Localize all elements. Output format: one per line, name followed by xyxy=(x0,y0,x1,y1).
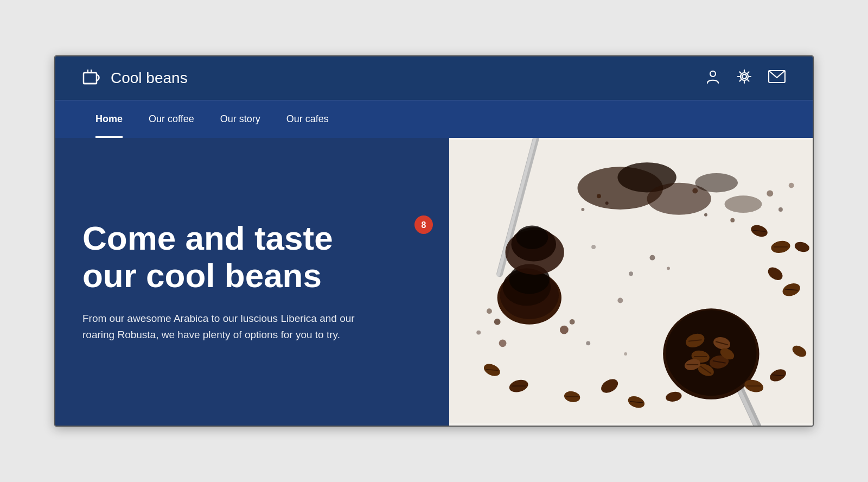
svg-point-78 xyxy=(649,255,655,261)
svg-point-81 xyxy=(591,245,596,249)
svg-point-13 xyxy=(724,195,762,213)
header-icons xyxy=(705,69,786,87)
brand-name: Cool beans xyxy=(111,69,188,87)
svg-point-41 xyxy=(666,310,757,396)
nav-item-our-cafes[interactable]: Our cafes xyxy=(273,100,342,138)
coffee-scene xyxy=(449,138,813,426)
hero-left: Come and tasteour cool beans 8 From our … xyxy=(55,138,449,426)
notification-badge[interactable]: 8 xyxy=(414,215,433,234)
coffee-image xyxy=(449,138,813,426)
svg-point-20 xyxy=(778,207,783,212)
svg-point-4 xyxy=(710,71,716,77)
svg-point-21 xyxy=(789,183,794,188)
svg-point-12 xyxy=(695,173,738,192)
hero-right xyxy=(449,138,813,426)
hero-title-text: Come and tasteour cool beans xyxy=(82,219,333,294)
svg-point-35 xyxy=(487,308,492,314)
svg-point-31 xyxy=(516,226,548,249)
svg-point-14 xyxy=(597,194,601,198)
svg-point-22 xyxy=(581,208,584,211)
nav-bar: Home Our coffee Our story Our cafes xyxy=(55,100,813,138)
svg-point-79 xyxy=(629,271,633,276)
nav-item-our-coffee[interactable]: Our coffee xyxy=(136,100,207,138)
svg-point-16 xyxy=(692,188,698,194)
svg-point-36 xyxy=(499,339,507,347)
nav-item-home[interactable]: Home xyxy=(82,100,136,138)
svg-point-32 xyxy=(494,319,501,325)
mail-icon[interactable] xyxy=(768,70,786,86)
svg-point-18 xyxy=(730,218,735,223)
hero-title: Come and tasteour cool beans 8 xyxy=(82,220,417,294)
nav-item-our-story[interactable]: Our story xyxy=(207,100,273,138)
settings-icon[interactable] xyxy=(737,69,752,87)
user-icon[interactable] xyxy=(705,69,720,87)
svg-point-5 xyxy=(742,74,746,79)
svg-point-84 xyxy=(624,352,627,356)
svg-point-33 xyxy=(560,326,569,334)
hero-section: Come and tasteour cool beans 8 From our … xyxy=(55,138,813,426)
svg-point-17 xyxy=(704,213,707,217)
top-bar: Cool beans xyxy=(55,56,813,100)
svg-point-83 xyxy=(586,341,590,345)
svg-point-34 xyxy=(570,319,575,325)
coffee-cup-icon xyxy=(82,67,102,90)
svg-point-37 xyxy=(476,331,481,335)
hero-subtitle: From our awesome Arabica to our luscious… xyxy=(82,310,365,344)
svg-point-19 xyxy=(767,190,773,196)
svg-point-82 xyxy=(617,298,623,303)
logo-area: Cool beans xyxy=(82,67,188,90)
svg-point-15 xyxy=(605,201,609,205)
svg-point-80 xyxy=(667,267,670,270)
svg-rect-0 xyxy=(84,73,97,84)
browser-window: Cool beans xyxy=(54,55,814,427)
